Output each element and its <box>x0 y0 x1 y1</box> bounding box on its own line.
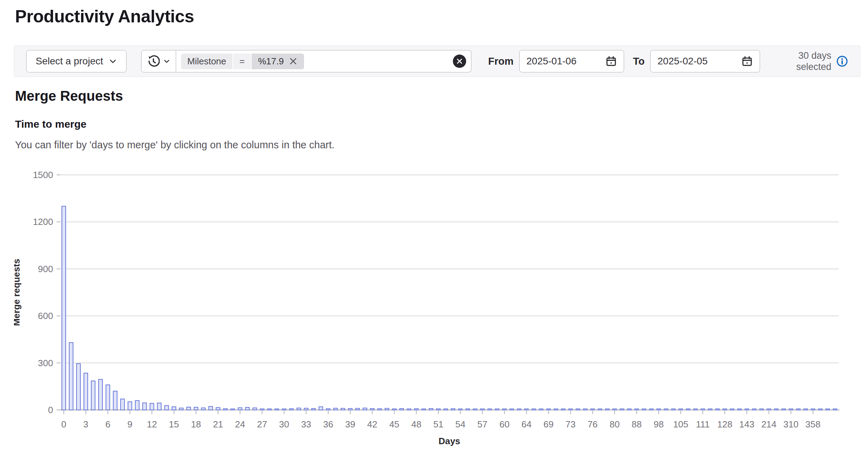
bar-day[interactable] <box>370 409 374 410</box>
bar-day[interactable] <box>253 408 257 410</box>
bar-day[interactable] <box>209 406 212 410</box>
bar-day[interactable] <box>304 408 308 410</box>
bar-day[interactable] <box>179 408 183 410</box>
bar-day[interactable] <box>201 408 205 410</box>
bar-day[interactable] <box>569 409 572 410</box>
bar-day[interactable] <box>69 342 73 410</box>
bar-day[interactable] <box>672 409 675 410</box>
bar-day[interactable] <box>488 409 492 410</box>
bar-chart-svg[interactable]: 0300600900120015000369121518212427303336… <box>14 164 854 454</box>
bar-day[interactable] <box>99 379 102 410</box>
bar-day[interactable] <box>275 409 279 410</box>
bar-day[interactable] <box>723 409 727 410</box>
token-value[interactable]: %17.9 <box>252 54 304 69</box>
bar-day[interactable] <box>694 409 697 410</box>
bar-day[interactable] <box>510 409 514 410</box>
bar-day[interactable] <box>238 408 242 410</box>
bar-day[interactable] <box>561 409 565 410</box>
bar-day[interactable] <box>245 407 249 410</box>
bar-day[interactable] <box>378 409 382 410</box>
bar-day[interactable] <box>106 385 110 410</box>
bar-day[interactable] <box>341 409 345 410</box>
bar-day[interactable] <box>495 409 499 410</box>
search-history-dropdown[interactable] <box>141 50 176 72</box>
bar-day[interactable] <box>613 409 616 410</box>
bar-day[interactable] <box>223 409 227 410</box>
clear-search-button[interactable] <box>453 55 466 68</box>
bar-day[interactable] <box>701 409 705 410</box>
bar-day[interactable] <box>194 407 198 410</box>
bar-day[interactable] <box>679 409 683 410</box>
bar-day[interactable] <box>385 409 389 410</box>
token-key[interactable]: Milestone <box>181 54 232 69</box>
bar-day[interactable] <box>187 407 190 410</box>
bar-day[interactable] <box>774 409 778 410</box>
bar-day[interactable] <box>796 409 800 410</box>
bar-day[interactable] <box>605 409 609 410</box>
info-icon[interactable] <box>836 55 848 67</box>
bar-day[interactable] <box>554 409 558 410</box>
to-date-input[interactable]: 2025-02-05 <box>650 50 760 72</box>
bar-day[interactable] <box>392 409 396 410</box>
bar-day[interactable] <box>576 409 580 410</box>
bar-day[interactable] <box>635 409 638 410</box>
bar-day[interactable] <box>62 206 66 410</box>
bar-day[interactable] <box>157 403 161 410</box>
select-project-dropdown[interactable]: Select a project <box>26 50 126 72</box>
bar-day[interactable] <box>473 409 477 410</box>
bar-day[interactable] <box>290 409 294 410</box>
bar-day[interactable] <box>730 409 734 410</box>
bar-day[interactable] <box>150 403 154 410</box>
bar-day[interactable] <box>657 409 661 410</box>
bar-day[interactable] <box>547 409 550 410</box>
bar-day[interactable] <box>532 409 536 410</box>
bar-day[interactable] <box>767 409 771 410</box>
bar-day[interactable] <box>745 409 749 410</box>
bar-day[interactable] <box>128 402 132 410</box>
bar-day[interactable] <box>165 405 168 410</box>
bar-day[interactable] <box>539 409 543 410</box>
filtered-search-input[interactable]: Milestone = %17.9 <box>176 50 471 72</box>
bar-day[interactable] <box>135 400 139 410</box>
bar-day[interactable] <box>598 409 602 410</box>
bar-day[interactable] <box>348 409 352 410</box>
bar-day[interactable] <box>363 408 367 410</box>
bar-day[interactable] <box>334 408 338 410</box>
bar-day[interactable] <box>356 409 360 410</box>
bar-day[interactable] <box>502 409 506 410</box>
bar-day[interactable] <box>297 408 301 410</box>
bar-day[interactable] <box>282 409 286 410</box>
time-to-merge-chart[interactable]: 0300600900120015000369121518212427303336… <box>14 164 854 454</box>
bar-day[interactable] <box>760 409 764 410</box>
bar-day[interactable] <box>429 409 433 410</box>
bar-day[interactable] <box>708 409 712 410</box>
bar-day[interactable] <box>811 409 815 410</box>
bar-day[interactable] <box>738 409 742 410</box>
bar-day[interactable] <box>231 409 234 410</box>
bar-day[interactable] <box>444 409 448 410</box>
bar-day[interactable] <box>260 409 264 410</box>
bar-day[interactable] <box>650 409 653 410</box>
bar-day[interactable] <box>268 409 272 410</box>
bar-day[interactable] <box>216 407 220 410</box>
bar-day[interactable] <box>143 403 146 410</box>
bar-day[interactable] <box>627 409 631 410</box>
bar-day[interactable] <box>172 407 176 410</box>
bar-day[interactable] <box>789 409 793 410</box>
bar-day[interactable] <box>312 409 316 410</box>
bar-day[interactable] <box>113 391 117 410</box>
bar-day[interactable] <box>466 409 470 410</box>
bar-day[interactable] <box>400 409 404 410</box>
bar-day[interactable] <box>422 409 426 410</box>
bar-day[interactable] <box>458 409 462 410</box>
bar-day[interactable] <box>407 409 411 410</box>
bar-day[interactable] <box>451 409 455 410</box>
bar-day[interactable] <box>716 409 719 410</box>
bar-day[interactable] <box>326 409 330 410</box>
bar-day[interactable] <box>804 409 808 410</box>
filter-token-milestone[interactable]: Milestone = %17.9 <box>181 54 304 69</box>
bar-day[interactable] <box>752 409 756 410</box>
bar-day[interactable] <box>525 409 528 410</box>
bar-day[interactable] <box>686 409 690 410</box>
from-date-input[interactable]: 2025-01-06 <box>519 50 624 72</box>
